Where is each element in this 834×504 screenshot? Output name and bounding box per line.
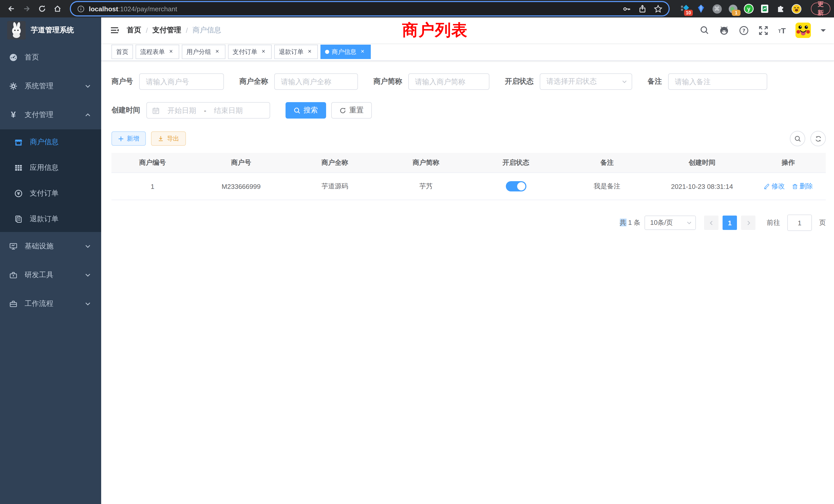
url-text[interactable]: localhost:1024/pay/merchant: [89, 5, 177, 13]
sidebar-item-pay-order[interactable]: ¥ 支付订单: [0, 181, 101, 206]
font-size-icon[interactable]: TT: [778, 26, 786, 34]
share-icon[interactable]: [638, 4, 646, 13]
annotation-merchant-list: 商户列表: [402, 20, 468, 41]
page-number-1[interactable]: 1: [723, 215, 737, 230]
search-icon: [294, 107, 301, 114]
page-size-select[interactable]: 10条/页: [644, 215, 696, 230]
bookmark-star-icon[interactable]: [654, 4, 662, 13]
chevron-down-icon: [84, 271, 92, 279]
sidebar-item-workflow[interactable]: 工作流程: [0, 290, 101, 318]
extension-green-dot-icon[interactable]: 1: [728, 4, 738, 14]
sidebar-item-payment[interactable]: ¥ 支付管理: [0, 100, 101, 129]
tab-home[interactable]: 首页: [111, 45, 133, 59]
cell-remark: 我是备注: [561, 173, 653, 200]
sidebar-item-refund-order[interactable]: 退款订单: [0, 206, 101, 232]
refresh-table-button[interactable]: [810, 131, 826, 146]
chevron-down-icon: [621, 78, 628, 85]
status-select[interactable]: 请选择开启状态: [540, 73, 632, 90]
toolbox-icon: [9, 271, 18, 279]
close-icon[interactable]: ×: [306, 48, 313, 55]
col-short-name: 商户简称: [381, 153, 471, 173]
remark-input[interactable]: [668, 73, 767, 90]
github-icon[interactable]: [719, 25, 729, 36]
prev-page-button[interactable]: [704, 215, 719, 230]
dashboard-icon: [9, 53, 18, 62]
browser-forward-button[interactable]: [21, 3, 33, 15]
close-icon[interactable]: ×: [214, 48, 221, 55]
tags-view-bar: 首页 流程表单× 用户分组× 支付订单× 退款订单× 商户信息×: [101, 43, 834, 61]
user-avatar[interactable]: [795, 23, 811, 38]
next-page-button[interactable]: [741, 215, 755, 230]
chevron-down-icon: [84, 82, 92, 90]
toggle-knob: [517, 182, 525, 190]
help-icon[interactable]: ?: [739, 25, 749, 35]
tab-refund-order[interactable]: 退款订单×: [274, 45, 318, 59]
tab-process-form[interactable]: 流程表单×: [136, 45, 179, 59]
col-merchant-no: 商户号: [194, 153, 289, 173]
col-merchant-id: 商户编号: [111, 153, 194, 173]
goto-page-input[interactable]: [787, 214, 812, 231]
user-caret-icon[interactable]: [821, 29, 826, 34]
browser-home-button[interactable]: [51, 3, 64, 15]
chevron-right-icon: [745, 220, 751, 226]
end-date-input[interactable]: [210, 106, 246, 114]
password-key-icon[interactable]: [622, 4, 631, 13]
menu-fold-icon[interactable]: [109, 25, 120, 36]
extension-gem-icon[interactable]: [696, 4, 706, 14]
reset-button[interactable]: 重置: [331, 102, 372, 118]
chevron-up-icon: [84, 111, 92, 119]
cell-short-name: 芋艿: [381, 173, 471, 200]
delete-link[interactable]: 删除: [792, 182, 813, 191]
search-button[interactable]: 搜索: [286, 102, 326, 118]
full-name-input[interactable]: [274, 73, 358, 90]
add-button[interactable]: 新增: [111, 131, 146, 146]
extension-sheet-icon[interactable]: [760, 4, 770, 14]
toggle-search-button[interactable]: [790, 131, 805, 146]
page-info-icon[interactable]: [77, 5, 85, 13]
store-icon: [14, 138, 23, 146]
fullscreen-icon[interactable]: [759, 25, 769, 35]
status-label: 开启状态: [505, 77, 533, 86]
sidebar-item-home[interactable]: 首页: [0, 43, 101, 72]
tab-user-group[interactable]: 用户分组×: [182, 45, 225, 59]
goto-label: 前往: [767, 218, 780, 227]
sidebar-item-app-info[interactable]: 应用信息: [0, 155, 101, 181]
close-icon[interactable]: ×: [168, 48, 175, 55]
tab-merchant-info[interactable]: 商户信息×: [321, 45, 371, 59]
close-icon[interactable]: ×: [359, 48, 366, 55]
breadcrumb-home[interactable]: 首页: [127, 26, 141, 35]
table-toolbar: 新增 导出: [111, 131, 826, 146]
sidebar-item-dev-tools[interactable]: 研发工具: [0, 261, 101, 290]
sidebar-item-system[interactable]: 系统管理: [0, 72, 101, 100]
breadcrumb-payment[interactable]: 支付管理: [153, 26, 181, 35]
extension-y-icon[interactable]: y: [744, 4, 754, 14]
col-status: 开启状态: [471, 153, 561, 173]
extensions-puzzle-icon[interactable]: [775, 4, 786, 14]
start-date-input[interactable]: [164, 106, 200, 114]
edit-link[interactable]: 修改: [764, 182, 785, 191]
short-name-input[interactable]: [408, 73, 489, 90]
browser-reload-button[interactable]: [36, 3, 48, 15]
header-search-icon[interactable]: [700, 26, 709, 35]
create-time-range-picker[interactable]: -: [146, 102, 270, 118]
sidebar-logo[interactable]: 芋道管理系统: [0, 18, 101, 43]
extension-command-icon[interactable]: ⌘: [712, 4, 722, 14]
yen-icon: ¥: [9, 111, 18, 119]
tab-pay-order[interactable]: 支付订单×: [228, 45, 272, 59]
status-toggle[interactable]: [506, 181, 526, 191]
browser-update-button[interactable]: 更新: [811, 3, 830, 15]
trash-icon: [792, 183, 798, 189]
address-bar[interactable]: localhost:1024/pay/merchant: [70, 1, 670, 17]
svg-text:¥: ¥: [17, 191, 20, 196]
export-button[interactable]: 导出: [151, 131, 186, 146]
extension-pinned-icon[interactable]: 10: [680, 4, 690, 14]
browser-back-button[interactable]: [5, 3, 18, 15]
sidebar-item-merchant-info[interactable]: 商户信息: [0, 129, 101, 155]
sidebar-item-infrastructure[interactable]: 基础设施: [0, 232, 101, 261]
svg-text:?: ?: [743, 27, 746, 33]
close-icon[interactable]: ×: [260, 48, 267, 55]
browser-profile-avatar[interactable]: [791, 4, 802, 14]
table-row: 1 M233666999 芋道源码 芋艿 我是备注 2021-10-23 08:…: [111, 173, 826, 200]
merchant-no-input[interactable]: [139, 73, 224, 90]
briefcase-icon: [9, 300, 18, 308]
